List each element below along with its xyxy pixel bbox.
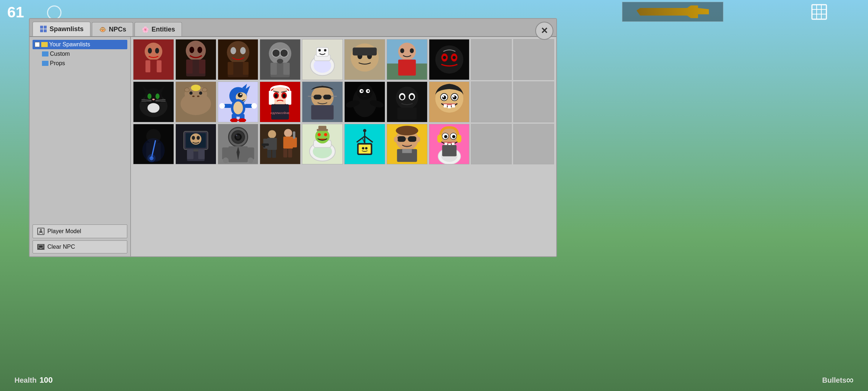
svg-point-218 xyxy=(362,147,365,150)
empty-grid-area xyxy=(133,164,554,237)
player-model-icon xyxy=(37,228,44,235)
svg-rect-225 xyxy=(397,136,405,142)
svg-rect-191 xyxy=(272,150,276,158)
tree-item-root[interactable]: − Your Spawnlists xyxy=(33,40,127,49)
svg-point-152 xyxy=(453,96,454,97)
grid-item-5[interactable] xyxy=(302,39,343,80)
svg-line-12 xyxy=(42,233,43,234)
grid-item-21[interactable] xyxy=(302,124,343,165)
svg-rect-245 xyxy=(442,145,456,156)
svg-point-206 xyxy=(324,133,327,136)
weapon-icon xyxy=(637,5,709,18)
close-button[interactable]: ✕ xyxy=(535,22,553,40)
entities-icon: 🌸 xyxy=(141,25,149,33)
health-value: 100 xyxy=(39,375,53,385)
bullets-display: Bullets ∞ xyxy=(822,374,854,386)
svg-point-107 xyxy=(251,103,257,109)
clear-npc-button[interactable]: Clear NPC xyxy=(33,240,127,253)
bullets-label: Bullets xyxy=(822,376,846,384)
npcs-icon: 🐵 xyxy=(99,25,107,33)
svg-point-130 xyxy=(357,84,373,100)
grid-item-empty-2[interactable] xyxy=(513,39,554,80)
grid-item-8[interactable] xyxy=(429,39,470,80)
grid-item-13[interactable] xyxy=(302,81,343,122)
grid-item-4[interactable] xyxy=(260,39,301,80)
tree-children: Custom Props xyxy=(33,49,127,68)
item-24-inner xyxy=(429,124,469,164)
svg-rect-123 xyxy=(314,94,322,99)
expand-icon[interactable]: − xyxy=(35,42,40,47)
grid-item-23[interactable] xyxy=(387,124,427,165)
grid-item-20[interactable] xyxy=(260,124,301,165)
grid-item-empty-5[interactable] xyxy=(471,124,512,165)
grid-item-1[interactable] xyxy=(133,39,174,80)
svg-point-144 xyxy=(410,94,414,99)
svg-rect-231 xyxy=(402,149,412,153)
tab-entities[interactable]: 🌸 Entities xyxy=(135,22,182,36)
tab-npcs-label: NPCs xyxy=(109,26,126,33)
svg-rect-195 xyxy=(284,136,293,148)
svg-point-151 xyxy=(442,96,444,97)
grid-item-24[interactable] xyxy=(429,124,470,165)
svg-point-114 xyxy=(275,94,278,98)
grid-item-18[interactable] xyxy=(175,124,216,165)
svg-rect-14 xyxy=(40,248,42,249)
svg-point-150 xyxy=(452,95,456,99)
svg-rect-242 xyxy=(444,143,447,146)
svg-point-229 xyxy=(394,136,398,142)
svg-point-32 xyxy=(230,47,236,54)
svg-rect-197 xyxy=(284,148,288,157)
svg-point-106 xyxy=(219,103,225,109)
tab-spawnlists[interactable]: Spawnlists xyxy=(33,22,90,36)
svg-point-85 xyxy=(189,91,192,94)
spawnlists-icon xyxy=(39,25,47,33)
svg-point-61 xyxy=(410,48,414,53)
grid-item-22[interactable] xyxy=(344,124,385,165)
grid-item-19[interactable] xyxy=(218,124,259,165)
tab-npcs[interactable]: 🐵 NPCs xyxy=(92,22,133,36)
svg-point-80 xyxy=(148,103,159,113)
svg-rect-244 xyxy=(452,143,455,146)
item-6-inner xyxy=(345,39,385,80)
svg-rect-198 xyxy=(288,148,292,157)
grid-item-11[interactable] xyxy=(218,81,259,122)
grid-item-12[interactable]: ИДЛЛАХУЙНЕ xyxy=(260,81,301,122)
grid-item-9[interactable] xyxy=(133,81,174,122)
items-grid-area[interactable]: ИДЛЛАХУЙНЕ xyxy=(131,37,556,256)
player-model-button[interactable]: Player Model xyxy=(33,224,127,238)
svg-point-204 xyxy=(315,129,330,143)
svg-rect-105 xyxy=(244,104,252,108)
grid-item-empty-6[interactable] xyxy=(513,124,554,165)
grid-item-16[interactable] xyxy=(429,81,470,122)
svg-rect-10 xyxy=(39,231,42,233)
spawnlist-dialog: Spawnlists 🐵 NPCs 🌸 Entities ✕ − Your Sp… xyxy=(29,18,557,257)
svg-rect-217 xyxy=(359,144,371,153)
svg-point-75 xyxy=(152,98,155,100)
tree-root-label: Your Spawnlists xyxy=(49,41,90,48)
grid-item-empty-1[interactable] xyxy=(471,39,512,80)
item-18-inner xyxy=(176,124,216,164)
grid-item-17[interactable] xyxy=(133,124,174,165)
grid-item-empty-3[interactable] xyxy=(471,81,512,122)
tree-item-props[interactable]: Props xyxy=(40,59,127,68)
svg-point-143 xyxy=(400,94,404,99)
weapon-slot xyxy=(622,2,723,22)
clear-npc-icon xyxy=(37,244,44,250)
grid-item-3[interactable] xyxy=(218,39,259,80)
svg-point-89 xyxy=(184,88,189,92)
svg-rect-154 xyxy=(448,105,451,108)
svg-rect-196 xyxy=(292,137,297,147)
grid-item-2[interactable] xyxy=(175,39,216,80)
svg-point-194 xyxy=(284,129,292,137)
tree-item-custom[interactable]: Custom xyxy=(40,49,127,59)
svg-point-21 xyxy=(155,48,159,54)
item-15-inner xyxy=(387,82,427,122)
svg-rect-59 xyxy=(398,59,416,75)
grid-item-15[interactable] xyxy=(387,81,427,122)
grid-item-6[interactable] xyxy=(344,39,385,80)
grid-item-10[interactable] xyxy=(175,81,216,122)
grid-item-7[interactable] xyxy=(387,39,427,80)
svg-point-178 xyxy=(235,134,237,136)
grid-item-empty-4[interactable] xyxy=(513,81,554,122)
grid-item-14[interactable] xyxy=(344,81,385,122)
